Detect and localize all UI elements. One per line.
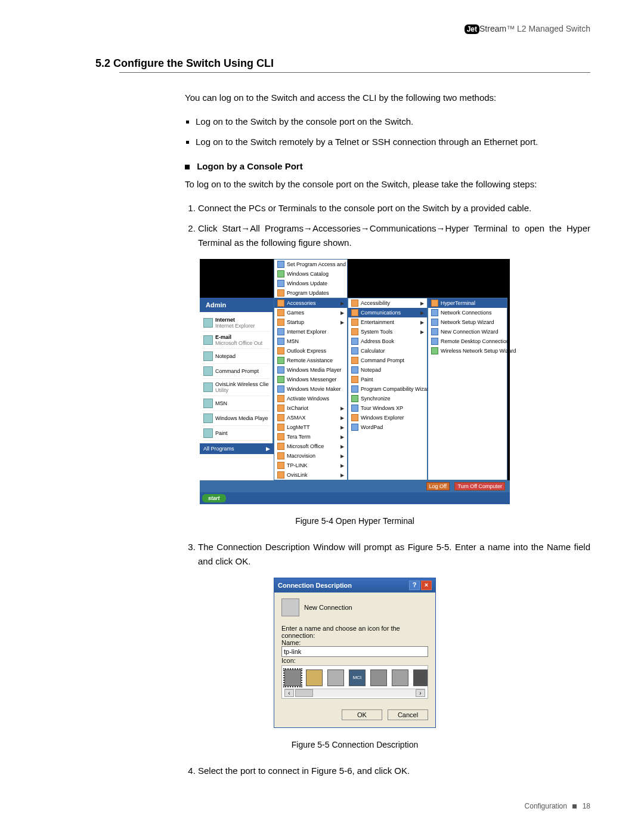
menu-item[interactable]: Windows Media Player <box>274 365 347 375</box>
menu-item[interactable]: Remote Assistance <box>274 356 347 365</box>
hyperterminal-icon <box>431 300 438 307</box>
connection-icon-option[interactable]: MCI <box>349 669 366 686</box>
connection-icon-option[interactable] <box>327 669 344 686</box>
icon-picker: MCI ‹ › <box>281 665 428 699</box>
msn-icon <box>277 338 284 345</box>
start-button[interactable]: start <box>202 494 226 502</box>
menu-item[interactable]: Macrovision▶ <box>274 451 347 461</box>
wmp-icon <box>277 366 284 374</box>
menu-item[interactable]: IxChariot▶ <box>274 403 347 413</box>
figure-5-4-caption: Figure 5-4 Open Hyper Terminal <box>119 516 590 526</box>
all-programs-button[interactable]: All Programs▶ <box>200 443 274 454</box>
menu-item-accessories[interactable]: Accessories▶ <box>274 298 347 308</box>
menu-item[interactable]: OvisLink▶ <box>274 470 347 480</box>
pinned-item[interactable]: InternetInternet Explorer <box>202 314 270 332</box>
menu-item[interactable]: ASMAX▶ <box>274 413 347 422</box>
pinned-item[interactable]: Windows Media Playe <box>202 411 270 426</box>
menu-item[interactable]: Accessibility▶ <box>348 298 427 308</box>
logoff-bar: Log Off Turn Off Computer <box>200 480 510 492</box>
pinned-item[interactable]: OvisLink Wireless ClieUtility <box>202 379 270 396</box>
menu-item[interactable]: Address Book <box>348 337 427 346</box>
rdp-icon <box>431 338 438 345</box>
step-item: Select the port to connect in Figure 5-6… <box>198 764 590 778</box>
menu-item[interactable]: Network Setup Wizard <box>428 317 507 327</box>
wizard-icon <box>351 385 358 393</box>
menu-item[interactable]: Windows Update <box>274 279 347 288</box>
menu-item[interactable]: Startup▶ <box>274 317 347 327</box>
chevron-right-icon: ▶ <box>340 301 344 306</box>
menu-item[interactable]: Windows Catalog <box>274 269 347 279</box>
menu-item[interactable]: WordPad <box>348 422 427 432</box>
connection-icon-option[interactable] <box>284 669 301 686</box>
connection-icon-option[interactable] <box>413 669 428 686</box>
pinned-item[interactable]: E-mailMicrosoft Office Out <box>202 332 270 349</box>
cancel-button[interactable]: Cancel <box>388 709 428 720</box>
menu-item[interactable]: Microsoft Office▶ <box>274 442 347 451</box>
steps-list-2: The Connection Description Window will p… <box>185 540 590 569</box>
menu-item[interactable]: Calculator <box>348 346 427 356</box>
menu-item[interactable]: Set Program Access and Defaults <box>274 260 347 269</box>
logoff-button[interactable]: Log Off <box>426 482 450 490</box>
menu-item[interactable]: System Tools▶ <box>348 327 427 337</box>
turnoff-button[interactable]: Turn Off Computer <box>454 482 505 490</box>
wmp-icon <box>203 414 213 423</box>
brand-tm: ™ <box>506 24 515 33</box>
ie-icon <box>277 328 284 335</box>
menu-item[interactable]: Windows Movie Maker <box>274 384 347 394</box>
mail-icon <box>203 335 213 345</box>
menu-item[interactable]: Notepad <box>348 365 427 375</box>
menu-item[interactable]: Tour Windows XP <box>348 403 427 413</box>
menu-item[interactable]: New Connection Wizard <box>428 327 507 337</box>
icon-scrollbar[interactable]: ‹ › <box>284 689 425 697</box>
menu-item[interactable]: Wireless Network Setup Wizard <box>428 346 507 356</box>
scroll-track[interactable] <box>313 689 416 697</box>
calc-icon <box>351 347 358 354</box>
new-connection-label: New Connection <box>304 604 352 611</box>
menu-item[interactable]: Internet Explorer <box>274 327 347 337</box>
close-button[interactable]: × <box>421 581 432 590</box>
pinned-item[interactable]: Command Prompt <box>202 364 270 379</box>
menu-item[interactable]: Synchronize <box>348 394 427 403</box>
menu-item[interactable]: Paint <box>348 375 427 384</box>
notepad-icon <box>203 351 213 361</box>
program-icon <box>277 261 284 268</box>
bullet-square-icon <box>185 165 190 169</box>
intro-text: You can log on to the Switch and access … <box>185 91 590 105</box>
menu-item[interactable]: Windows Messenger <box>274 375 347 384</box>
pinned-item[interactable]: Paint <box>202 426 270 441</box>
figure-5-5: Connection Description ? × New Connectio… <box>119 578 590 728</box>
menu-item[interactable]: Command Prompt <box>348 356 427 365</box>
pinned-item[interactable]: Notepad <box>202 349 270 364</box>
menu-item[interactable]: Program Updates <box>274 288 347 298</box>
menu-item[interactable]: Entertainment▶ <box>348 317 427 327</box>
brand-jet: Jet <box>465 24 479 34</box>
menu-item[interactable]: Outlook Express <box>274 346 347 356</box>
menu-item-hyperterminal[interactable]: HyperTerminal <box>428 298 507 308</box>
menu-item[interactable]: Windows Explorer <box>348 413 427 422</box>
scroll-thumb[interactable] <box>295 689 313 697</box>
menu-item[interactable]: Activate Windows <box>274 394 347 403</box>
menu-item[interactable]: LogMeTT▶ <box>274 422 347 432</box>
sub-heading-text: Logon by a Console Port <box>197 161 303 171</box>
menu-item[interactable]: Remote Desktop Connection <box>428 337 507 346</box>
menu-item[interactable]: Games▶ <box>274 308 347 317</box>
menu-item[interactable]: Tera Term▶ <box>274 432 347 442</box>
wireless-icon <box>431 347 438 354</box>
scroll-left-button[interactable]: ‹ <box>284 689 294 697</box>
name-input[interactable] <box>281 646 428 657</box>
help-button[interactable]: ? <box>409 581 420 590</box>
connection-icon-option[interactable] <box>306 669 323 686</box>
menu-item[interactable]: Program Compatibility Wizard <box>348 384 427 394</box>
menu-item[interactable]: MSN <box>274 337 347 346</box>
connection-icon-option[interactable] <box>392 669 408 686</box>
menu-item-communications[interactable]: Communications▶ <box>348 308 427 317</box>
startmenu-screenshot: Set Program Access and Defaults Windows … <box>200 259 510 504</box>
connection-icon-option[interactable] <box>370 669 387 686</box>
menu-item[interactable]: Network Connections <box>428 308 507 317</box>
pinned-item[interactable]: MSN <box>202 396 270 411</box>
menu-item[interactable]: TP-LINK▶ <box>274 461 347 470</box>
ok-button[interactable]: OK <box>342 709 382 720</box>
step-item: Connect the PCs or Terminals to the cons… <box>198 201 590 215</box>
scroll-right-button[interactable]: › <box>416 689 425 697</box>
activate-icon <box>277 395 284 402</box>
